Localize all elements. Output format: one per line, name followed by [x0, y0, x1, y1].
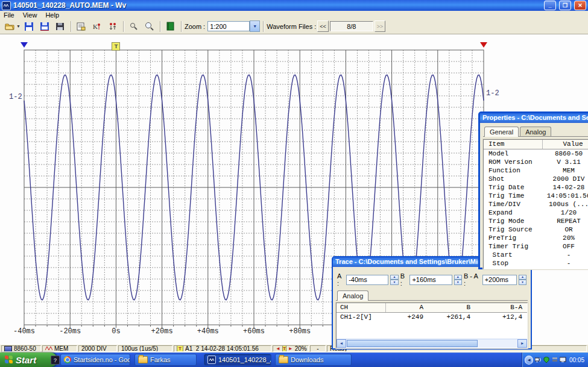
cursor-marker-button[interactable] [106, 20, 120, 33]
tab-general[interactable]: General [484, 127, 519, 137]
toolbar-separator [123, 21, 124, 32]
cursor-ba-input[interactable]: +200ms [482, 275, 517, 285]
scroll-right-icon[interactable]: ► [517, 339, 527, 348]
col-item[interactable]: Item [484, 140, 543, 149]
save-button[interactable] [22, 20, 36, 33]
properties-row[interactable]: Start- [484, 251, 588, 259]
zoom-combo-value[interactable]: 1:200 [207, 21, 250, 31]
save-all-button[interactable] [53, 20, 68, 33]
cursor-marker-icon [109, 22, 117, 31]
properties-button[interactable] [74, 20, 89, 33]
col-value[interactable]: Value [543, 140, 588, 149]
properties-window-titlebar[interactable]: Properties - C:\Documents and Settings\B [480, 113, 588, 123]
properties-row[interactable]: Trig ModeREPEAT [484, 217, 588, 225]
cursor-b-label: B : [400, 272, 408, 287]
trace-hscrollbar[interactable]: ◄ ► [337, 339, 527, 348]
properties-row[interactable]: PreTrig20% [484, 234, 588, 242]
prev-file-button[interactable]: << [317, 20, 329, 32]
prop-value: V 3.11 [543, 158, 588, 166]
display-icon[interactable] [560, 357, 566, 363]
cursor-a-input[interactable]: -40ms [346, 275, 388, 285]
cursor-b-marker[interactable] [480, 42, 487, 48]
antivirus-icon[interactable] [543, 357, 549, 363]
waveform-icon [45, 346, 52, 351]
zoom-combo[interactable]: 1:200 ▼ [207, 20, 260, 32]
trace-button[interactable]: K [90, 20, 104, 33]
properties-row[interactable]: FunctionMEM [484, 166, 588, 175]
prop-item: Shot [484, 175, 543, 183]
menu-file[interactable]: File [4, 11, 14, 19]
taskbar-item-folder-farkas[interactable]: Farkas [134, 354, 197, 366]
taskbar-item-browser[interactable]: Startsiden.no - Googl... [60, 354, 130, 366]
toolbar-separator [263, 21, 264, 32]
title-bar: 140501_140228_AUTO.MEM - Wv _ ❐ ✕ [0, 0, 588, 11]
properties-row[interactable]: Shot2000 DIV [484, 175, 588, 183]
restore-button[interactable]: ❐ [559, 1, 571, 10]
properties-row[interactable]: Model8860-50 [484, 149, 588, 158]
properties-row[interactable]: Timer TrigOFF [484, 242, 588, 251]
network-icon[interactable] [535, 357, 542, 363]
layers-icon[interactable] [552, 357, 558, 363]
col-ch[interactable]: CH [337, 303, 386, 312]
col-b[interactable]: B [423, 303, 470, 312]
zoom-in-button[interactable] [142, 20, 157, 33]
tab-analog[interactable]: Analog [337, 290, 368, 301]
prop-value: OFF [543, 242, 588, 251]
open-file-button[interactable] [2, 20, 17, 33]
scroll-left-icon[interactable]: ◄ [337, 339, 346, 348]
properties-row[interactable]: Expand1/20 [484, 209, 588, 217]
prop-item: Trig Time [484, 192, 543, 200]
scroll-track[interactable] [478, 339, 517, 348]
status-pretrig: ◄T► 20% [273, 345, 309, 352]
cursor-ba-spinner[interactable]: ▲▼ [519, 275, 526, 285]
cursor-a-label: A : [337, 272, 344, 287]
properties-row[interactable]: ROM VersionV 3.11 [484, 158, 588, 166]
properties-row[interactable]: Trig Time14:05:01.56 [484, 192, 588, 200]
menu-help[interactable]: Help [45, 11, 59, 19]
quicklaunch-icon[interactable]: ? [51, 356, 60, 365]
arrow-right-icon: ► [288, 346, 293, 351]
help-book-button[interactable] [163, 20, 178, 33]
app-icon[interactable] [2, 1, 11, 10]
col-a[interactable]: A [386, 303, 423, 312]
status-trig-info: T A1_2 14-02-28 14:05:01.56 [174, 345, 271, 352]
properties-row[interactable]: Time/DIV100us (... [484, 200, 588, 209]
menu-view[interactable]: View [23, 11, 37, 19]
channel-label-right: 1-2 [486, 89, 499, 98]
prop-item: Expand [484, 209, 543, 217]
save-as-icon [40, 22, 49, 31]
prop-value: MEM [543, 166, 588, 175]
tab-analog[interactable]: Analog [520, 127, 551, 136]
properties-row[interactable]: Stop- [484, 259, 588, 268]
col-ba[interactable]: B-A [470, 303, 527, 312]
properties-rows: Model8860-50ROM VersionV 3.11FunctionMEM… [484, 149, 588, 268]
properties-window[interactable]: Properties - C:\Documents and Settings\B… [478, 111, 588, 269]
properties-row[interactable]: Trig SourceOR [484, 225, 588, 234]
start-button[interactable]: Start [0, 353, 57, 367]
trace-table: CH A B B-A CH1-2[V]+249+261,4+12,4 ◄ ► [336, 303, 528, 348]
open-dropdown-icon[interactable]: ▼ [16, 24, 21, 28]
close-button[interactable]: ✕ [574, 1, 586, 10]
save-icon [25, 22, 33, 31]
trace-cell: CH1-2[V] [337, 313, 386, 321]
tray-chevron-icon[interactable]: ◄ [525, 356, 533, 365]
save-as-button[interactable] [37, 20, 52, 33]
zoom-out-button[interactable] [127, 20, 141, 33]
scroll-thumb[interactable] [347, 340, 478, 347]
taskbar-item-wv-active[interactable]: 140501_140228_AUT... [204, 354, 271, 366]
app-icon [207, 356, 216, 364]
trigger-marker[interactable]: T [112, 42, 120, 51]
prop-value: 14-02-28 [543, 183, 588, 192]
next-file-button[interactable]: >> [375, 20, 386, 32]
taskbar-item-folder-downloads[interactable]: Downloads [275, 354, 352, 366]
combo-dropdown-icon[interactable]: ▼ [250, 20, 260, 32]
cursor-a-marker[interactable] [21, 42, 28, 48]
minimize-button[interactable]: _ [544, 1, 556, 10]
toolbar-separator [181, 21, 182, 32]
cursor-b-input[interactable]: +160ms [409, 275, 452, 285]
prop-item: Trig Mode [484, 217, 543, 225]
cursor-a-spinner[interactable]: ▲▼ [390, 275, 398, 285]
trace-row[interactable]: CH1-2[V]+249+261,4+12,4 [337, 313, 527, 321]
properties-row[interactable]: Trig Date14-02-28 [484, 183, 588, 192]
cursor-b-spinner[interactable]: ▲▼ [454, 275, 462, 285]
